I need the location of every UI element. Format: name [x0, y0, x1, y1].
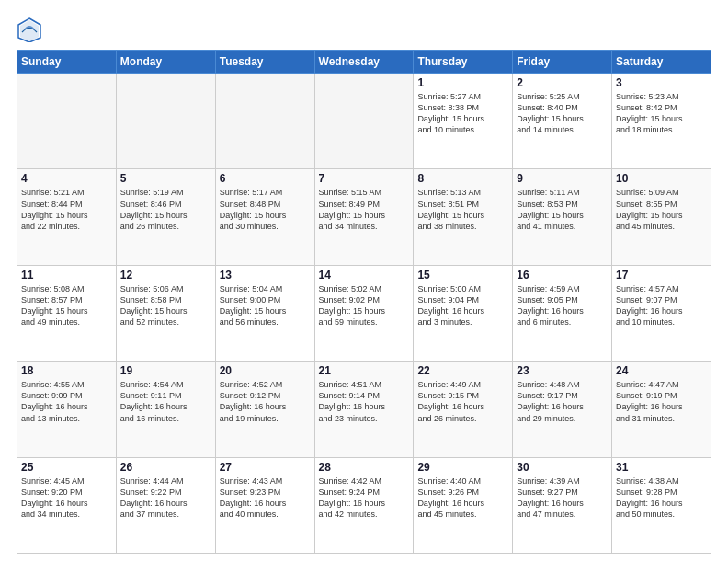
calendar-cell: 19Sunrise: 4:54 AM Sunset: 9:11 PM Dayli… [116, 362, 215, 457]
calendar-cell: 14Sunrise: 5:02 AM Sunset: 9:02 PM Dayli… [314, 265, 414, 361]
day-info: Sunrise: 4:38 AM Sunset: 9:28 PM Dayligh… [616, 476, 707, 521]
day-number: 22 [417, 364, 508, 377]
calendar-cell: 5Sunrise: 5:19 AM Sunset: 8:46 PM Daylig… [116, 169, 215, 265]
logo [17, 17, 46, 42]
day-number: 27 [220, 461, 311, 474]
day-info: Sunrise: 5:13 AM Sunset: 8:51 PM Dayligh… [417, 187, 508, 232]
weekday-header-friday: Friday [513, 51, 612, 74]
day-info: Sunrise: 5:19 AM Sunset: 8:46 PM Dayligh… [120, 187, 211, 232]
day-info: Sunrise: 4:57 AM Sunset: 9:07 PM Dayligh… [616, 283, 707, 328]
calendar-cell: 31Sunrise: 4:38 AM Sunset: 9:28 PM Dayli… [612, 457, 711, 553]
calendar-cell [314, 74, 414, 169]
day-info: Sunrise: 4:39 AM Sunset: 9:27 PM Dayligh… [517, 476, 608, 521]
day-number: 4 [21, 172, 112, 185]
calendar-cell: 17Sunrise: 4:57 AM Sunset: 9:07 PM Dayli… [612, 265, 711, 361]
day-info: Sunrise: 4:43 AM Sunset: 9:23 PM Dayligh… [220, 476, 311, 521]
calendar-cell: 22Sunrise: 4:49 AM Sunset: 9:15 PM Dayli… [414, 362, 513, 457]
calendar-cell: 27Sunrise: 4:43 AM Sunset: 9:23 PM Dayli… [215, 457, 314, 553]
calendar-cell: 2Sunrise: 5:25 AM Sunset: 8:40 PM Daylig… [513, 74, 612, 169]
logo-icon [17, 17, 42, 42]
calendar-cell [215, 74, 314, 169]
day-number: 9 [517, 172, 608, 185]
day-number: 25 [21, 461, 112, 474]
weekday-row: SundayMondayTuesdayWednesdayThursdayFrid… [17, 51, 711, 74]
week-row-4: 18Sunrise: 4:55 AM Sunset: 9:09 PM Dayli… [17, 362, 711, 457]
calendar-cell: 20Sunrise: 4:52 AM Sunset: 9:12 PM Dayli… [215, 362, 314, 457]
day-number: 30 [517, 461, 608, 474]
calendar-cell: 21Sunrise: 4:51 AM Sunset: 9:14 PM Dayli… [314, 362, 414, 457]
weekday-header-tuesday: Tuesday [215, 51, 314, 74]
calendar-cell: 8Sunrise: 5:13 AM Sunset: 8:51 PM Daylig… [414, 169, 513, 265]
day-info: Sunrise: 4:48 AM Sunset: 9:17 PM Dayligh… [517, 379, 608, 424]
day-info: Sunrise: 4:49 AM Sunset: 9:15 PM Dayligh… [417, 379, 508, 424]
week-row-2: 4Sunrise: 5:21 AM Sunset: 8:44 PM Daylig… [17, 169, 711, 265]
calendar-table: SundayMondayTuesdayWednesdayThursdayFrid… [17, 50, 711, 554]
day-info: Sunrise: 4:59 AM Sunset: 9:05 PM Dayligh… [517, 283, 608, 328]
calendar-cell: 7Sunrise: 5:15 AM Sunset: 8:49 PM Daylig… [314, 169, 414, 265]
day-info: Sunrise: 5:00 AM Sunset: 9:04 PM Dayligh… [417, 283, 508, 328]
calendar-header: SundayMondayTuesdayWednesdayThursdayFrid… [17, 51, 711, 74]
day-number: 5 [120, 172, 211, 185]
day-info: Sunrise: 5:06 AM Sunset: 8:58 PM Dayligh… [120, 283, 211, 328]
calendar-cell: 16Sunrise: 4:59 AM Sunset: 9:05 PM Dayli… [513, 265, 612, 361]
day-number: 14 [319, 269, 410, 282]
calendar-cell [116, 74, 215, 169]
calendar-cell: 18Sunrise: 4:55 AM Sunset: 9:09 PM Dayli… [17, 362, 117, 457]
day-info: Sunrise: 4:45 AM Sunset: 9:20 PM Dayligh… [21, 476, 112, 521]
day-number: 24 [616, 364, 707, 377]
calendar-cell: 26Sunrise: 4:44 AM Sunset: 9:22 PM Dayli… [116, 457, 215, 553]
calendar-page: SundayMondayTuesdayWednesdayThursdayFrid… [0, 0, 728, 563]
day-info: Sunrise: 4:54 AM Sunset: 9:11 PM Dayligh… [120, 379, 211, 424]
day-number: 26 [120, 461, 211, 474]
calendar-cell: 24Sunrise: 4:47 AM Sunset: 9:19 PM Dayli… [612, 362, 711, 457]
day-number: 16 [517, 269, 608, 282]
day-info: Sunrise: 4:52 AM Sunset: 9:12 PM Dayligh… [220, 379, 311, 424]
day-number: 10 [616, 172, 707, 185]
day-info: Sunrise: 5:25 AM Sunset: 8:40 PM Dayligh… [517, 91, 608, 136]
calendar-cell: 29Sunrise: 4:40 AM Sunset: 9:26 PM Dayli… [414, 457, 513, 553]
calendar-cell: 4Sunrise: 5:21 AM Sunset: 8:44 PM Daylig… [17, 169, 117, 265]
calendar-cell: 25Sunrise: 4:45 AM Sunset: 9:20 PM Dayli… [17, 457, 117, 553]
calendar-cell: 10Sunrise: 5:09 AM Sunset: 8:55 PM Dayli… [612, 169, 711, 265]
calendar-body: 1Sunrise: 5:27 AM Sunset: 8:38 PM Daylig… [17, 74, 711, 554]
day-info: Sunrise: 4:40 AM Sunset: 9:26 PM Dayligh… [417, 476, 508, 521]
calendar-cell: 1Sunrise: 5:27 AM Sunset: 8:38 PM Daylig… [414, 74, 513, 169]
day-info: Sunrise: 5:17 AM Sunset: 8:48 PM Dayligh… [220, 187, 311, 232]
day-number: 13 [220, 269, 311, 282]
day-number: 6 [220, 172, 311, 185]
day-number: 1 [417, 76, 508, 89]
day-number: 19 [120, 364, 211, 377]
day-number: 8 [417, 172, 508, 185]
calendar-cell: 6Sunrise: 5:17 AM Sunset: 8:48 PM Daylig… [215, 169, 314, 265]
day-number: 2 [517, 76, 608, 89]
calendar-cell: 30Sunrise: 4:39 AM Sunset: 9:27 PM Dayli… [513, 457, 612, 553]
calendar-cell: 28Sunrise: 4:42 AM Sunset: 9:24 PM Dayli… [314, 457, 414, 553]
calendar-cell: 12Sunrise: 5:06 AM Sunset: 8:58 PM Dayli… [116, 265, 215, 361]
day-info: Sunrise: 5:21 AM Sunset: 8:44 PM Dayligh… [21, 187, 112, 232]
day-info: Sunrise: 5:02 AM Sunset: 9:02 PM Dayligh… [319, 283, 410, 328]
weekday-header-monday: Monday [116, 51, 215, 74]
day-number: 3 [616, 76, 707, 89]
calendar-cell: 23Sunrise: 4:48 AM Sunset: 9:17 PM Dayli… [513, 362, 612, 457]
day-info: Sunrise: 4:47 AM Sunset: 9:19 PM Dayligh… [616, 379, 707, 424]
day-info: Sunrise: 4:42 AM Sunset: 9:24 PM Dayligh… [319, 476, 410, 521]
calendar-cell: 11Sunrise: 5:08 AM Sunset: 8:57 PM Dayli… [17, 265, 117, 361]
day-number: 12 [120, 269, 211, 282]
calendar-cell [17, 74, 117, 169]
header [17, 17, 711, 42]
weekday-header-sunday: Sunday [17, 51, 117, 74]
weekday-header-thursday: Thursday [414, 51, 513, 74]
day-number: 17 [616, 269, 707, 282]
calendar-cell: 3Sunrise: 5:23 AM Sunset: 8:42 PM Daylig… [612, 74, 711, 169]
calendar-cell: 15Sunrise: 5:00 AM Sunset: 9:04 PM Dayli… [414, 265, 513, 361]
day-info: Sunrise: 4:55 AM Sunset: 9:09 PM Dayligh… [21, 379, 112, 424]
calendar-cell: 13Sunrise: 5:04 AM Sunset: 9:00 PM Dayli… [215, 265, 314, 361]
day-info: Sunrise: 4:44 AM Sunset: 9:22 PM Dayligh… [120, 476, 211, 521]
day-number: 28 [319, 461, 410, 474]
weekday-header-saturday: Saturday [612, 51, 711, 74]
calendar-cell: 9Sunrise: 5:11 AM Sunset: 8:53 PM Daylig… [513, 169, 612, 265]
week-row-3: 11Sunrise: 5:08 AM Sunset: 8:57 PM Dayli… [17, 265, 711, 361]
day-info: Sunrise: 5:09 AM Sunset: 8:55 PM Dayligh… [616, 187, 707, 232]
day-number: 11 [21, 269, 112, 282]
day-number: 23 [517, 364, 608, 377]
